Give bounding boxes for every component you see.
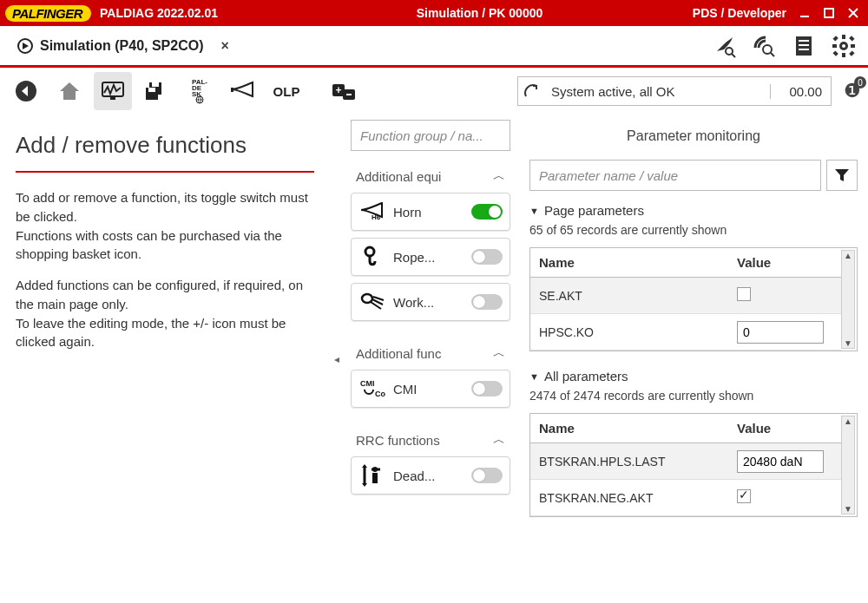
svg-line-6 (732, 54, 735, 57)
add-remove-button[interactable]: + (325, 72, 363, 110)
horn-button[interactable] (224, 72, 262, 110)
function-toggle[interactable] (471, 381, 503, 397)
function-group-header[interactable]: Additional equi︿ (351, 151, 510, 193)
svg-text:Co: Co (375, 390, 385, 398)
svg-rect-31 (148, 88, 155, 92)
function-group-header[interactable]: Additional func︿ (351, 328, 510, 370)
col-value: Value (728, 248, 841, 277)
signal-search-icon[interactable] (752, 34, 776, 58)
olp-button[interactable]: OLP (267, 72, 306, 110)
function-item: H6Horn (351, 193, 510, 231)
svg-line-8 (771, 53, 774, 56)
paldesk-button[interactable]: PAL-DESK (181, 72, 219, 110)
chevron-up-icon: ︿ (493, 168, 505, 184)
page-params-scrollbar[interactable]: ▲▼ (841, 250, 855, 349)
param-value-input[interactable] (737, 321, 824, 344)
col-name: Name (530, 414, 728, 442)
function-search-input[interactable]: Function group / na... (351, 120, 510, 151)
svg-text:+: + (335, 84, 341, 96)
svg-text:H6: H6 (372, 213, 381, 221)
app-title: PALDIAG 2022.02.01 (100, 6, 353, 20)
close-button[interactable] (847, 7, 859, 19)
info-button[interactable]: ❶ 0 (844, 80, 861, 102)
gear-icon[interactable] (832, 34, 856, 58)
svg-rect-50 (372, 473, 378, 483)
function-toggle[interactable] (471, 204, 503, 220)
home-button[interactable] (50, 72, 89, 110)
chevron-up-icon: ︿ (493, 432, 505, 448)
parameter-pane: Parameter monitoring Parameter name / va… (517, 115, 868, 603)
status-text: System active, all OK (544, 84, 770, 99)
rope-winch-icon (358, 245, 386, 269)
param-checkbox[interactable] (737, 489, 751, 503)
all-params-scrollbar[interactable]: ▲▼ (841, 416, 855, 515)
function-item: Dead... (351, 456, 510, 495)
svg-rect-14 (842, 35, 845, 39)
param-name: HPSC.KO (530, 325, 728, 339)
svg-rect-19 (849, 36, 854, 41)
function-group-header[interactable]: RRC functions︿ (351, 415, 510, 456)
svg-rect-11 (799, 44, 809, 46)
info-count: 0 (854, 76, 866, 88)
save-disk-button[interactable] (137, 72, 175, 110)
function-toggle[interactable] (471, 249, 503, 265)
svg-rect-21 (849, 50, 854, 56)
svg-rect-10 (799, 40, 809, 42)
rocket-search-icon[interactable] (712, 34, 736, 58)
svg-marker-47 (362, 464, 367, 468)
status-bar: System active, all OK 00.00 (517, 76, 832, 106)
svg-rect-37 (346, 94, 352, 95)
parameter-pane-title: Parameter monitoring (529, 120, 858, 160)
svg-rect-20 (832, 50, 838, 56)
svg-rect-1 (825, 9, 833, 17)
deadman-icon (358, 463, 386, 488)
page-title: Add / remove functions (16, 132, 314, 159)
svg-rect-12 (799, 49, 809, 50)
tab-simulation[interactable]: Simulation (P40, SP2CO) × (7, 33, 240, 59)
svg-text:CMI: CMI (360, 379, 375, 388)
play-icon (17, 38, 33, 54)
function-label: Horn (393, 205, 464, 220)
page-params-toggle[interactable]: ▼ Page parameters (529, 203, 858, 218)
svg-point-39 (365, 247, 374, 256)
all-params-toggle[interactable]: ▼ All parameters (529, 369, 858, 383)
group-title: Additional func (356, 346, 441, 361)
function-toggle[interactable] (471, 294, 503, 310)
svg-point-40 (362, 294, 372, 303)
svg-marker-25 (60, 82, 79, 100)
function-label: CMI (393, 382, 464, 397)
svg-point-5 (726, 48, 733, 55)
param-name: BTSKRAN.HPLS.LAST (530, 455, 728, 469)
minimize-button[interactable] (799, 7, 811, 19)
function-label: Dead... (393, 469, 464, 483)
tab-close-icon[interactable]: × (220, 38, 228, 54)
svg-marker-4 (23, 43, 29, 49)
svg-marker-52 (835, 169, 849, 181)
filter-button[interactable] (826, 160, 858, 191)
toolbar: PAL-DESK OLP + System active, all OK 00.… (0, 68, 868, 115)
svg-rect-15 (842, 53, 845, 57)
param-checkbox[interactable] (737, 287, 751, 301)
tab-label: Simulation (P40, SP2CO) (40, 38, 203, 54)
chevron-up-icon: ︿ (493, 345, 505, 361)
back-button[interactable] (7, 72, 45, 110)
table-row: BTSKRAN.HPLS.LAST (530, 443, 841, 480)
col-value: Value (728, 414, 841, 442)
param-value-input[interactable] (737, 450, 824, 473)
page-description: To add or remove a function, its toggle … (16, 188, 314, 351)
svg-rect-29 (152, 82, 159, 87)
function-item: Work... (351, 283, 510, 321)
maximize-button[interactable] (823, 7, 835, 19)
svg-rect-33 (231, 88, 233, 92)
status-value: 00.00 (770, 84, 831, 99)
list-doc-icon[interactable] (792, 34, 816, 58)
col-name: Name (530, 248, 728, 277)
parameter-filter-input[interactable]: Parameter name / value (529, 160, 821, 191)
pane-collapse-left[interactable]: ◂ (330, 115, 344, 603)
heading-divider (16, 171, 314, 173)
title-bar: PALFINGER PALDIAG 2022.02.01 Simulation … (0, 0, 868, 26)
chevron-down-icon: ▼ (529, 371, 539, 382)
function-toggle[interactable] (471, 468, 503, 483)
status-icon (518, 83, 544, 99)
monitor-button[interactable] (94, 72, 132, 110)
